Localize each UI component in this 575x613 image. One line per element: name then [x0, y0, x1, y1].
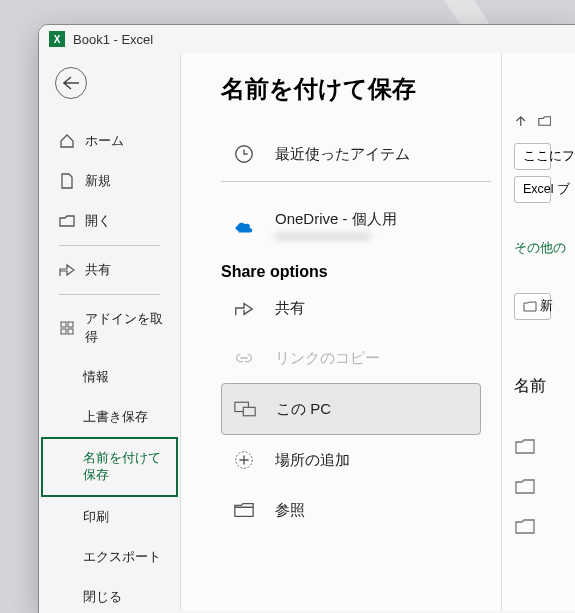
- new-folder-label: 新: [540, 299, 553, 313]
- folder-icon: [514, 517, 536, 535]
- onedrive-label: OneDrive - 個人用: [275, 210, 397, 229]
- up-folder-row[interactable]: [514, 113, 551, 129]
- share-icon: [59, 263, 75, 277]
- onedrive-account: xxxxxxxxxxxxxxxx: [275, 229, 397, 243]
- sidebar-label: 名前を付けて保存: [83, 450, 166, 484]
- folder-icon: [514, 437, 536, 455]
- location-onedrive[interactable]: OneDrive - 個人用 xxxxxxxxxxxxxxxx: [221, 196, 481, 257]
- new-folder-button[interactable]: 新: [514, 293, 551, 320]
- sidebar-item-addins[interactable]: アドインを取得: [39, 299, 180, 357]
- addins-icon: [59, 320, 75, 336]
- sidebar-label: 開く: [85, 212, 111, 230]
- excel-backstage-window: X Book1 - Excel ホーム 新規: [38, 24, 575, 613]
- sidebar-item-open[interactable]: 開く: [39, 201, 180, 241]
- window-title: Book1 - Excel: [73, 32, 153, 47]
- backstage-sidebar: ホーム 新規 開く 共有: [39, 53, 180, 611]
- sidebar-label: 情報: [83, 368, 109, 386]
- home-icon: [59, 133, 75, 149]
- up-arrow-icon: [514, 113, 528, 129]
- location-label: 共有: [275, 299, 305, 318]
- svg-rect-2: [61, 329, 66, 334]
- sidebar-label: 新規: [85, 172, 111, 190]
- sidebar-label: 印刷: [83, 508, 109, 526]
- sidebar-item-print[interactable]: 印刷: [39, 497, 180, 537]
- file-browser-panel: ここにフ Excel ブ その他の 新 名前: [501, 53, 551, 611]
- sidebar-item-share[interactable]: 共有: [39, 250, 180, 290]
- sidebar-label: エクスポート: [83, 548, 161, 566]
- location-divider: [221, 181, 491, 182]
- location-label: この PC: [276, 400, 331, 419]
- addplace-icon: [231, 449, 257, 471]
- filename-input[interactable]: ここにフ: [514, 143, 551, 170]
- location-addplace[interactable]: 場所の追加: [221, 435, 481, 485]
- sidebar-label: ホーム: [85, 132, 124, 150]
- sidebar-item-export[interactable]: エクスポート: [39, 537, 180, 577]
- sidebar-item-new[interactable]: 新規: [39, 161, 180, 201]
- link-icon: [231, 347, 257, 369]
- svg-rect-0: [61, 322, 66, 327]
- share-arrow-icon: [231, 297, 257, 319]
- location-browse[interactable]: 参照: [221, 485, 481, 535]
- thispc-icon: [232, 398, 258, 420]
- clock-icon: [231, 143, 257, 165]
- content-area: 名前を付けて保存 最近使ったアイテム OneDrive - 個人用 xxxxxx…: [180, 53, 575, 611]
- sidebar-item-home[interactable]: ホーム: [39, 121, 180, 161]
- sidebar-item-close[interactable]: 閉じる: [39, 577, 180, 613]
- more-options-link[interactable]: その他の: [514, 239, 551, 257]
- back-button[interactable]: [55, 67, 87, 99]
- share-options-heading: Share options: [221, 263, 481, 281]
- sidebar-label: 上書き保存: [83, 408, 148, 426]
- folder-icon: [523, 300, 537, 312]
- excel-app-icon: X: [49, 31, 65, 47]
- open-icon: [59, 214, 75, 228]
- onedrive-text: OneDrive - 個人用 xxxxxxxxxxxxxxxx: [275, 210, 397, 243]
- location-label: 参照: [275, 501, 305, 520]
- sidebar-label: 閉じる: [83, 588, 122, 606]
- location-thispc[interactable]: この PC: [221, 383, 481, 435]
- svg-rect-6: [243, 407, 255, 415]
- svg-rect-3: [68, 329, 73, 334]
- svg-rect-1: [68, 322, 73, 327]
- folder-icon: [538, 114, 552, 128]
- new-icon: [59, 173, 75, 189]
- location-label: リンクのコピー: [275, 349, 380, 368]
- sidebar-item-saveas[interactable]: 名前を付けて保存: [41, 437, 178, 497]
- location-label: 場所の追加: [275, 451, 350, 470]
- locations-panel: 名前を付けて保存 最近使ったアイテム OneDrive - 個人用 xxxxxx…: [181, 53, 501, 611]
- back-arrow-icon: [63, 76, 79, 90]
- onedrive-icon: [231, 216, 257, 238]
- location-recent[interactable]: 最近使ったアイテム: [221, 129, 481, 179]
- page-title: 名前を付けて保存: [221, 73, 481, 105]
- filetype-dropdown[interactable]: Excel ブ: [514, 176, 551, 203]
- sidebar-label: アドインを取得: [85, 310, 170, 346]
- sidebar-divider: [59, 245, 160, 246]
- location-share[interactable]: 共有: [221, 283, 481, 333]
- sidebar-divider: [59, 294, 160, 295]
- location-copylink: リンクのコピー: [221, 333, 481, 383]
- sidebar-label: 共有: [85, 261, 111, 279]
- location-label: 最近使ったアイテム: [275, 145, 410, 164]
- browse-folder-icon: [231, 499, 257, 521]
- column-header-name[interactable]: 名前: [514, 377, 546, 394]
- folder-icon: [514, 477, 536, 495]
- title-bar: X Book1 - Excel: [39, 25, 575, 53]
- sidebar-item-save[interactable]: 上書き保存: [39, 397, 180, 437]
- sidebar-item-info[interactable]: 情報: [39, 357, 180, 397]
